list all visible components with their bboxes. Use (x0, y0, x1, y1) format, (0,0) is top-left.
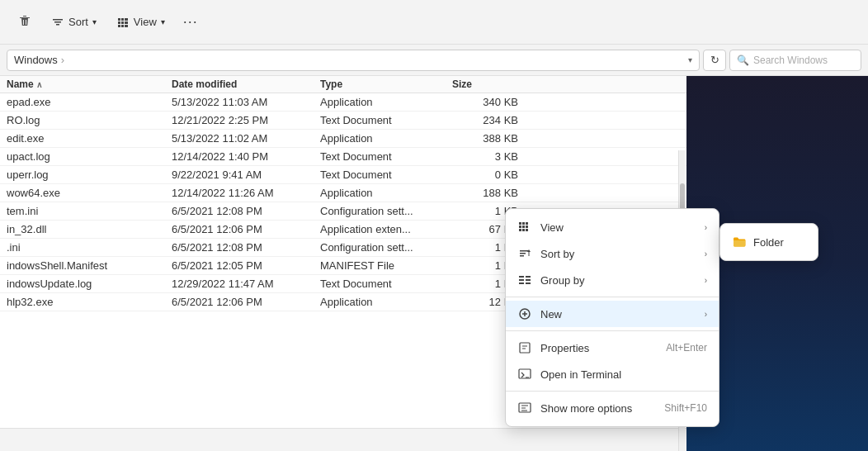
refresh-button[interactable]: ↻ (703, 50, 726, 71)
show-more-icon (517, 401, 532, 415)
file-name: tem.ini (7, 205, 172, 217)
file-type: Application (320, 187, 452, 199)
file-name: RO.log (7, 114, 172, 126)
file-type: Application (320, 296, 452, 308)
svg-rect-19 (526, 276, 531, 278)
properties-shortcut: Alt+Enter (666, 342, 707, 354)
menu-item-view[interactable]: View › (506, 214, 719, 240)
col-name[interactable]: Name ∧ (7, 78, 172, 90)
svg-rect-14 (526, 226, 528, 228)
sort-button[interactable]: Sort ▾ (43, 12, 105, 33)
file-type: Text Document (320, 169, 452, 181)
properties-label: Properties (540, 342, 589, 354)
col-size[interactable]: Size (452, 78, 518, 90)
svg-rect-0 (118, 18, 120, 21)
svg-rect-5 (125, 21, 128, 24)
properties-icon (517, 340, 532, 355)
file-type: Configuration sett... (320, 241, 452, 254)
svg-rect-18 (519, 276, 524, 278)
submenu-folder[interactable]: Folder (720, 229, 818, 255)
file-type: Application (320, 132, 452, 145)
file-date: 12/21/2022 2:25 PM (172, 114, 320, 126)
delete-button[interactable] (10, 10, 40, 34)
show-more-shortcut: Shift+F10 (664, 402, 707, 414)
group-by-arrow: › (705, 276, 707, 285)
svg-rect-17 (526, 229, 528, 231)
file-type: Text Document (320, 150, 452, 163)
menu-item-show-more[interactable]: Show more options Shift+F10 (506, 395, 719, 421)
file-type: Application exten... (320, 223, 452, 235)
file-size: 0 KB (452, 169, 518, 181)
context-menu: View › Sort by › (505, 208, 719, 427)
file-name: indowsShell.Manifest (7, 259, 172, 272)
sort-by-arrow: › (705, 249, 707, 259)
sort-by-label: Sort by (540, 248, 574, 260)
open-terminal-label: Open in Terminal (540, 368, 621, 381)
file-name: hlp32.exe (7, 296, 172, 308)
sort-icon (51, 16, 64, 29)
file-name: epad.exe (7, 96, 172, 108)
svg-rect-1 (121, 18, 124, 21)
file-date: 12/14/2022 11:26 AM (172, 187, 320, 199)
file-name: uperr.log (7, 169, 172, 181)
view-chevron: ▾ (161, 17, 165, 26)
file-date: 5/13/2022 11:02 AM (172, 132, 320, 145)
sort-by-icon (517, 246, 532, 261)
search-box[interactable]: 🔍 Search Windows (729, 50, 861, 71)
svg-rect-11 (526, 222, 528, 225)
menu-item-new[interactable]: New › (506, 301, 719, 327)
address-chevron: ▾ (688, 55, 692, 64)
col-type[interactable]: Type (320, 78, 452, 90)
folder-label: Folder (753, 236, 784, 249)
menu-item-open-terminal[interactable]: Open in Terminal (506, 361, 719, 387)
file-size: 234 KB (452, 114, 518, 126)
svg-rect-4 (121, 21, 124, 24)
show-more-label: Show more options (540, 402, 632, 415)
sort-indicator: ∧ (36, 80, 42, 89)
main-content: Name ∧ Date modified Type Size epad.exe … (0, 76, 868, 451)
svg-rect-6 (118, 25, 120, 27)
address-path[interactable]: Windows › ▾ (7, 50, 700, 71)
file-type: Configuration sett... (320, 205, 452, 217)
file-type: Text Document (320, 114, 452, 126)
svg-rect-2 (125, 18, 128, 21)
file-name: .ini (7, 241, 172, 254)
file-date: 6/5/2021 12:06 PM (172, 296, 320, 308)
file-date: 6/5/2021 12:08 PM (172, 205, 320, 217)
folder-icon (732, 235, 747, 249)
svg-rect-12 (519, 226, 521, 228)
svg-rect-26 (519, 369, 531, 378)
file-date: 9/22/2021 9:41 AM (172, 169, 320, 181)
menu-item-properties[interactable]: Properties Alt+Enter (506, 335, 719, 361)
view-icon (116, 16, 130, 29)
svg-rect-20 (519, 279, 524, 281)
file-type: Text Document (320, 278, 452, 290)
new-submenu: Folder (719, 223, 818, 261)
svg-rect-7 (121, 25, 124, 27)
file-name: wow64.exe (7, 187, 172, 199)
svg-rect-10 (522, 222, 525, 225)
menu-divider-3 (506, 391, 719, 392)
view-button[interactable]: View ▾ (108, 12, 173, 33)
col-date[interactable]: Date modified (172, 78, 320, 90)
svg-rect-23 (526, 282, 531, 284)
file-date: 5/13/2022 11:03 AM (172, 96, 320, 108)
terminal-icon (517, 367, 532, 382)
menu-item-sort-by[interactable]: Sort by › (506, 240, 719, 267)
new-arrow: › (705, 310, 707, 319)
svg-rect-16 (522, 229, 525, 231)
sort-label: Sort (68, 16, 88, 28)
more-button[interactable]: ··· (177, 9, 205, 35)
menu-divider-2 (506, 330, 719, 331)
view-submenu-arrow: › (705, 223, 707, 232)
view-menu-label: View (540, 221, 564, 234)
menu-divider-1 (506, 297, 719, 297)
file-name: in_32.dll (7, 223, 172, 235)
address-bar: Windows › ▾ ↻ 🔍 Search Windows (0, 45, 868, 76)
toolbar: Sort ▾ View ▾ ··· (0, 0, 868, 45)
file-size: 3 KB (452, 150, 518, 163)
menu-item-group-by[interactable]: Group by › (506, 267, 719, 293)
group-by-label: Group by (540, 274, 584, 287)
svg-rect-13 (522, 226, 525, 228)
file-size: 188 KB (452, 187, 518, 199)
